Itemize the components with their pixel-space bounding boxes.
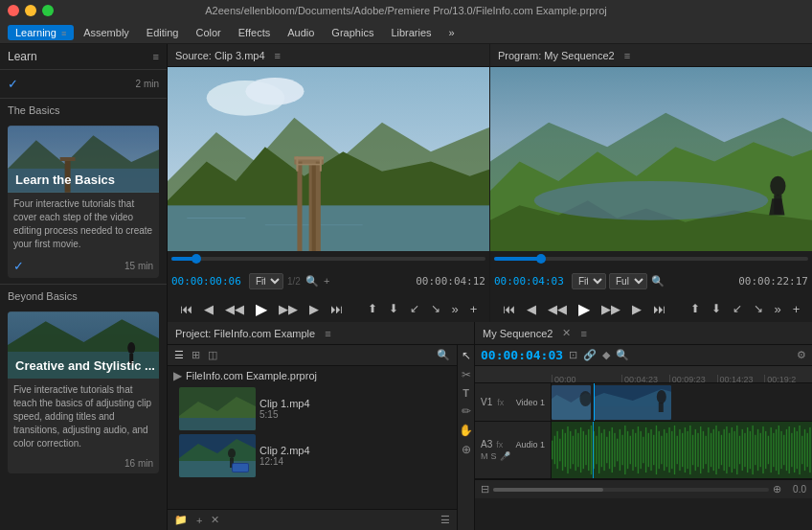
timeline-clip-1[interactable]: [552, 385, 591, 420]
source-prev-frame[interactable]: ◀◀: [221, 300, 248, 318]
source-fit-select[interactable]: Fit: [249, 273, 283, 289]
main-layout: Learn ≡ ✓ 2 min The Basics: [0, 44, 812, 530]
menu-effects[interactable]: Effects: [231, 25, 278, 40]
source-go-end[interactable]: ⏭: [327, 300, 347, 318]
maximize-button[interactable]: [42, 5, 54, 16]
timeline-settings-icon[interactable]: ≡: [580, 328, 586, 339]
source-step-back[interactable]: ◀: [200, 300, 217, 318]
new-item-icon[interactable]: +: [193, 515, 205, 526]
learn-basics-card[interactable]: Learn the Basics Four interactive tutori…: [8, 126, 159, 278]
source-scrubber-track[interactable]: [171, 257, 485, 261]
source-play[interactable]: ▶: [252, 298, 271, 320]
tl-add-marker[interactable]: 🔍: [616, 349, 629, 361]
tl-marker-icon[interactable]: ◆: [602, 349, 610, 361]
tl-magnet-icon[interactable]: ⊡: [569, 349, 577, 361]
new-bin-icon[interactable]: 📁: [171, 514, 191, 526]
source-next-frame[interactable]: ▶▶: [275, 300, 302, 318]
program-scrubber-track[interactable]: [494, 257, 808, 261]
menu-learning[interactable]: Learning ≡: [8, 25, 74, 40]
clear-icon[interactable]: ✕: [208, 514, 222, 526]
project-bottom-toolbar: 📁 + ✕ ☰: [168, 509, 457, 530]
svg-rect-23: [297, 162, 302, 251]
tl-zoom-in-icon[interactable]: ⊕: [773, 483, 781, 495]
svg-rect-24: [316, 162, 321, 251]
program-prev-frame[interactable]: ◀◀: [544, 300, 571, 318]
program-step-back[interactable]: ◀: [523, 300, 540, 318]
program-extract[interactable]: ⬇: [708, 300, 725, 317]
menu-editing[interactable]: Editing: [139, 25, 187, 40]
svg-rect-70: [588, 429, 589, 471]
timeline-timecode: 00:00:04:03: [481, 348, 563, 362]
source-menu-icon[interactable]: ≡: [275, 50, 281, 61]
source-more[interactable]: +: [466, 300, 482, 318]
source-scrubber-handle[interactable]: [192, 254, 201, 264]
program-next-frame[interactable]: ▶▶: [598, 300, 624, 318]
timeline-clip-1-thumb: [552, 385, 591, 420]
audio-waveform: [552, 422, 812, 478]
program-go-start[interactable]: ⏮: [499, 300, 519, 318]
timeline-ruler: 00:00 00:04:23 00:09:23 00:14:23 00:19:2: [475, 366, 812, 383]
text-tool[interactable]: T: [462, 387, 469, 399]
source-overwrite[interactable]: ↘: [427, 300, 444, 317]
hamburger-icon[interactable]: ≡: [153, 51, 159, 62]
pen-tool[interactable]: ✏: [462, 404, 471, 418]
creative-card[interactable]: Creative and Stylistic ... Five interact…: [8, 311, 159, 473]
program-scrubber-handle[interactable]: [536, 254, 546, 264]
project-freeform-icon[interactable]: ◫: [205, 349, 220, 361]
source-step-fwd[interactable]: ▶: [305, 300, 323, 318]
program-zoom-icon[interactable]: 🔍: [650, 275, 665, 288]
selection-tool[interactable]: ↖: [462, 349, 471, 362]
tl-settings[interactable]: ⚙: [797, 349, 806, 361]
svg-rect-155: [809, 427, 810, 472]
timeline-tab-label[interactable]: My Sequence2: [483, 328, 553, 339]
menu-color[interactable]: Color: [188, 25, 228, 40]
svg-rect-148: [791, 433, 792, 467]
timeline-zoom-track[interactable]: [493, 488, 769, 492]
source-markers[interactable]: »: [448, 300, 462, 318]
timeline-menu-icon[interactable]: ✕: [562, 327, 571, 339]
menu-audio[interactable]: Audio: [280, 25, 322, 40]
tl-link-icon[interactable]: 🔗: [583, 349, 597, 361]
source-timecode: 00:00:00:06: [171, 275, 246, 288]
menu-more[interactable]: »: [441, 25, 462, 40]
program-lift[interactable]: ⬆: [687, 300, 704, 317]
audio-track-a1: A3 fx Audio 1 M S 🎤: [475, 422, 812, 479]
program-quality-select[interactable]: Full: [609, 273, 647, 289]
svg-rect-97: [659, 431, 660, 469]
program-step-fwd[interactable]: ▶: [628, 300, 645, 318]
minimize-button[interactable]: [25, 5, 36, 16]
list-icon[interactable]: ☰: [438, 514, 453, 526]
sidebar-item-intro[interactable]: ✓ 2 min: [0, 74, 167, 94]
program-go-end[interactable]: ⏭: [649, 300, 669, 318]
razor-tool[interactable]: ✂: [462, 368, 471, 381]
project-folder-row[interactable]: ▶ FileInfo.com Example.prproj: [168, 366, 457, 385]
timeline-clip-2[interactable]: [594, 385, 672, 420]
svg-rect-81: [617, 439, 618, 462]
menu-graphics[interactable]: Graphics: [324, 25, 381, 40]
project-search-icon[interactable]: 🔍: [434, 349, 453, 361]
program-overwrite[interactable]: ↘: [750, 300, 767, 317]
svg-rect-130: [744, 433, 745, 467]
program-markers[interactable]: »: [771, 300, 785, 318]
project-icon-view-icon[interactable]: ⊞: [189, 349, 203, 361]
clip-1-row[interactable]: Clip 1.mp4 5:15: [168, 385, 457, 432]
source-insert[interactable]: ↙: [406, 300, 423, 317]
project-menu-icon[interactable]: ≡: [325, 328, 330, 339]
tl-zoom-out-icon[interactable]: ⊟: [481, 483, 489, 495]
program-play[interactable]: ▶: [575, 298, 594, 320]
program-fit-select[interactable]: Fit: [572, 273, 606, 289]
zoom-tool[interactable]: ⊕: [462, 443, 471, 456]
source-zoom-icon[interactable]: 🔍: [304, 275, 320, 288]
program-more[interactable]: +: [789, 300, 804, 318]
close-button[interactable]: [8, 5, 19, 16]
menu-libraries[interactable]: Libraries: [383, 25, 439, 40]
program-insert[interactable]: ↙: [729, 300, 746, 317]
menu-assembly[interactable]: Assembly: [76, 25, 137, 40]
project-list-view-icon[interactable]: ☰: [171, 349, 187, 361]
source-go-start[interactable]: ⏮: [176, 300, 196, 318]
clip-2-row[interactable]: Clip 2.mp4 12:14: [168, 432, 457, 479]
hand-tool[interactable]: ✋: [459, 424, 473, 437]
program-menu-icon[interactable]: ≡: [624, 50, 630, 61]
source-extract[interactable]: ⬇: [385, 300, 402, 317]
source-lift[interactable]: ⬆: [364, 300, 381, 317]
